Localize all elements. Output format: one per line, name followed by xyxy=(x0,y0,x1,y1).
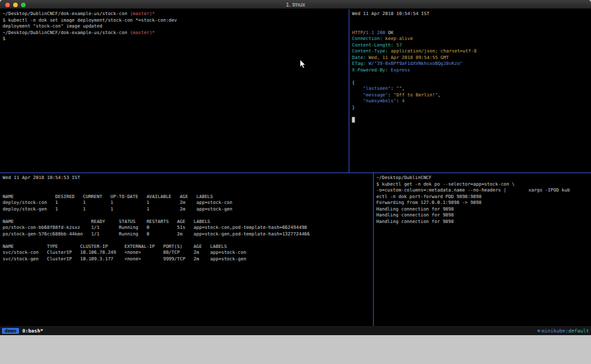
terminal-line: NAME READY STATUS RESTARTS AGE LABELS xyxy=(3,219,370,226)
pane-port-forward[interactable]: ~/Desktop/DublinCNCF$ kubectl get -n dok… xyxy=(374,173,591,326)
tmux-status-bar: demo 0:bash* ☸ minikube :default xyxy=(0,326,591,335)
terminal-line xyxy=(352,18,588,24)
tmux-terminal: ~/Desktop/DublinCNCF/dok-example-us/stoc… xyxy=(0,9,591,326)
terminal-line xyxy=(352,111,588,117)
kube-context: minikube xyxy=(542,328,565,334)
terminal-line: Content-Type: application/json; charset=… xyxy=(352,49,588,55)
terminal-line: -o=custom-columns=:metadata.name --no-he… xyxy=(376,188,588,194)
pane-divider-vertical-top[interactable] xyxy=(349,9,349,172)
terminal-line: Handling connection for 9898 xyxy=(376,212,588,219)
terminal-line: NAME TYPE CLUSTER-IP EXTERNAL-IP PORT(S)… xyxy=(3,244,370,251)
terminal-line: HTTP/1.1 200 OK xyxy=(352,30,588,37)
terminal-line: ~/Desktop/DublinCNCF/dok-example-us/stoc… xyxy=(3,11,346,18)
terminal-line: Wed 11 Apr 2018 10:54:54 IST xyxy=(352,11,588,18)
screen: 1. tmux ~/Desktop/DublinCNCF/dok-example… xyxy=(0,0,591,364)
terminal-line: deployment "stock-con" image updated xyxy=(3,24,346,30)
terminal-line xyxy=(3,188,370,194)
terminal-line: "numsymbols": 4 xyxy=(352,98,588,105)
window-titlebar: 1. tmux xyxy=(0,0,591,9)
terminal-line: Handling connection for 9898 xyxy=(376,207,588,213)
minimize-button[interactable] xyxy=(13,3,18,7)
terminal-line: "message": "Off to Berlin!", xyxy=(352,92,588,99)
terminal-line: Handling connection for 9898 xyxy=(376,219,588,226)
status-left: demo 0:bash* xyxy=(2,328,43,334)
terminal-line: X-Powered-By: Express xyxy=(352,68,588,74)
terminal-line xyxy=(3,212,370,219)
terminal-line: $ xyxy=(3,36,346,43)
terminal-line: Content-Length: 57 xyxy=(352,43,588,49)
terminal-line xyxy=(3,237,370,244)
pane-http-response[interactable]: Wed 11 Apr 2018 10:54:54 ISTHTTP/1.1 200… xyxy=(349,9,591,172)
desktop-background xyxy=(0,335,591,364)
kubernetes-icon: ☸ xyxy=(537,328,540,334)
status-right: ☸ minikube :default xyxy=(537,328,589,334)
terminal-line: ~/Desktop/DublinCNCF/dok-example-us/stoc… xyxy=(3,30,346,37)
terminal-line: { xyxy=(352,80,588,87)
terminal-line: █ xyxy=(352,117,588,124)
terminal-line: svc/stock-con ClusterIP 10.106.78.249 <n… xyxy=(3,250,370,256)
terminal-line: Forwarding from 127.0.0.1:9898 -> 9898 xyxy=(376,200,588,207)
terminal-line: Connection: keep-alive xyxy=(352,36,588,43)
terminal-line: $ kubectl get -n dok po --selector=app=s… xyxy=(376,182,588,188)
terminal-line: $ kubectl -n dok set image deployment/st… xyxy=(3,18,346,24)
terminal-line: po/stock-gen-576cc688bb-44kmn 1/1 Runnin… xyxy=(3,232,370,238)
mouse-cursor xyxy=(299,59,306,71)
maximize-button[interactable] xyxy=(21,3,26,7)
session-name-badge: demo xyxy=(2,328,19,334)
terminal-line: "lastseen": "", xyxy=(352,86,588,92)
terminal-line: deploy/stock-con 1 1 1 1 2m app=stock-co… xyxy=(3,200,370,207)
traffic-lights xyxy=(5,3,26,7)
terminal-line xyxy=(3,182,370,188)
pane-kubectl-set-image[interactable]: ~/Desktop/DublinCNCF/dok-example-us/stoc… xyxy=(0,9,349,172)
terminal-window: 1. tmux ~/Desktop/DublinCNCF/dok-example… xyxy=(0,0,591,335)
terminal-line: po/stock-con-bb68f88fd-kzsxz 1/1 Running… xyxy=(3,225,370,232)
terminal-line: deploy/stock-gen 1 1 1 1 2m app=stock-ge… xyxy=(3,207,370,213)
kube-namespace: :default xyxy=(565,328,589,334)
pane-divider-vertical-bottom[interactable] xyxy=(373,173,374,326)
terminal-line: Wed 11 Apr 2018 10:54:53 IST xyxy=(3,175,370,182)
close-button[interactable] xyxy=(5,3,10,7)
terminal-line: } xyxy=(352,105,588,111)
terminal-line xyxy=(352,24,588,30)
pane-kubectl-get[interactable]: Wed 11 Apr 2018 10:54:53 ISTNAME DESIRED… xyxy=(0,173,373,326)
terminal-line: ~/Desktop/DublinCNCF xyxy=(376,175,588,182)
terminal-line: NAME DESIRED CURRENT UP-TO-DATE AVAILABL… xyxy=(3,194,370,201)
window-title: 1. tmux xyxy=(0,1,591,8)
terminal-line: svc/stock-gen ClusterIP 10.109.3.177 <no… xyxy=(3,256,370,263)
terminal-line: Date: Wed, 11 Apr 2018 09:54:55 GMT xyxy=(352,55,588,62)
terminal-line: ETag: W/"39-0xBPf9aF1dXVNkhsxoBQgJ8vKzo" xyxy=(352,61,588,68)
terminal-line xyxy=(352,73,588,80)
pane-divider-horizontal[interactable] xyxy=(0,172,591,173)
window-tab-bash[interactable]: 0:bash* xyxy=(22,328,43,334)
terminal-line: ectl -n dok port-forward POD 9898:9898 xyxy=(376,194,588,201)
